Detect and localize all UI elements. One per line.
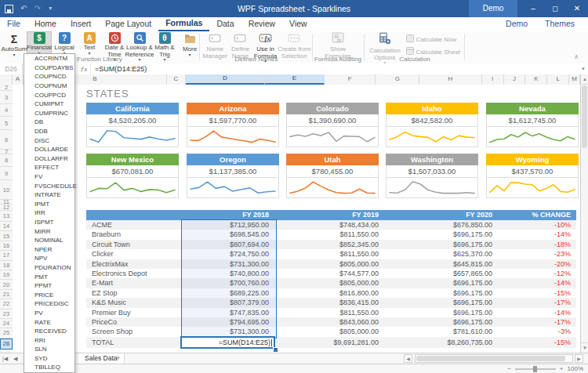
- cell[interactable]: E-Mart: [86, 278, 182, 288]
- cell[interactable]: -20%: [498, 259, 576, 269]
- close-button[interactable]: ✕: [566, 0, 588, 17]
- save-icon[interactable]: [5, 5, 13, 13]
- function-item-npv[interactable]: NPV: [24, 254, 74, 263]
- maximize-button[interactable]: ◻: [544, 0, 566, 17]
- cell[interactable]: $689,225.00: [182, 288, 274, 298]
- cell[interactable]: PriceCo: [86, 317, 182, 327]
- cell[interactable]: TOTAL: [86, 337, 182, 348]
- table-header-cell[interactable]: FY 2020: [384, 210, 498, 220]
- column-header-e[interactable]: E: [265, 74, 325, 85]
- function-item-db[interactable]: DB: [24, 118, 74, 127]
- function-item-coupdaybs[interactable]: COUPDAYBS: [24, 63, 74, 73]
- column-header-a[interactable]: A: [13, 74, 24, 85]
- function-item-rri[interactable]: RRI: [24, 335, 74, 345]
- function-item-syd[interactable]: SYD: [24, 354, 74, 364]
- row-header-12[interactable]: 12: [0, 205, 13, 211]
- cell[interactable]: ElectrixMax: [86, 259, 182, 269]
- function-item-nominal[interactable]: NOMINAL: [24, 236, 74, 245]
- column-header-j[interactable]: J: [504, 74, 526, 85]
- function-item-pricedisc[interactable]: PRICEDISC: [24, 299, 74, 309]
- function-item-coupnum[interactable]: COUPNUM: [24, 81, 74, 91]
- cell[interactable]: -17%: [498, 298, 576, 307]
- cell[interactable]: $748,434.00: [274, 220, 384, 230]
- column-header-i[interactable]: I: [482, 74, 504, 85]
- cell[interactable]: K&S Music: [86, 298, 182, 307]
- horizontal-scroll-thumb[interactable]: [416, 356, 565, 361]
- cell[interactable]: -14%: [498, 308, 576, 317]
- fill-handle[interactable]: [273, 347, 278, 353]
- cell[interactable]: $794,695.00: [182, 317, 274, 327]
- row-header-21[interactable]: 21: [0, 290, 13, 299]
- function-item-ddb[interactable]: DDB: [24, 127, 74, 136]
- cell[interactable]: $744,577.00: [274, 269, 384, 278]
- tab-formulas[interactable]: Formulas: [158, 17, 209, 31]
- function-item-pduration[interactable]: PDURATION: [24, 263, 74, 273]
- first-sheet-icon[interactable]: |◀: [2, 354, 8, 364]
- function-item-nper[interactable]: NPER: [24, 244, 74, 254]
- function-item-rate[interactable]: RATE: [24, 317, 74, 327]
- row-header-24[interactable]: 24: [0, 319, 13, 328]
- column-header-h[interactable]: H: [419, 74, 482, 85]
- sheet-area[interactable]: STATES California$4,520,205.00Arizona$1,…: [13, 85, 580, 353]
- vertical-scrollbar[interactable]: ▲ ▼: [580, 74, 588, 353]
- cell[interactable]: $805,000.00: [274, 327, 384, 336]
- cell[interactable]: EZ Stop: [86, 288, 182, 298]
- cell[interactable]: $805,000.00: [274, 259, 384, 269]
- tab-page-layout[interactable]: Page Layout: [98, 17, 158, 31]
- cell[interactable]: $781,610.00: [384, 327, 498, 336]
- row-header-17[interactable]: 17: [0, 251, 13, 260]
- cell[interactable]: Electronics Depot: [86, 269, 182, 278]
- cell[interactable]: $657,865.00: [384, 269, 498, 278]
- cell[interactable]: $805,000.00: [274, 278, 384, 288]
- formula-bar-expand-icon[interactable]: ▼: [579, 63, 588, 74]
- cell[interactable]: -15%: [498, 337, 576, 348]
- row-header-4[interactable]: 4: [0, 104, 13, 117]
- scroll-up-icon[interactable]: ▲: [581, 74, 588, 85]
- horizontal-scrollbar[interactable]: [415, 354, 573, 363]
- function-item-fv[interactable]: FV: [24, 172, 74, 182]
- cell[interactable]: $696,175.00: [384, 240, 498, 249]
- column-header-d[interactable]: D: [186, 74, 265, 85]
- cell[interactable]: -18%: [498, 240, 576, 249]
- row-header-14[interactable]: 14: [0, 222, 13, 231]
- function-item-ipmt[interactable]: IPMT: [24, 200, 74, 209]
- state-card-new-mexico[interactable]: New Mexico$670,081.00: [86, 154, 179, 198]
- formula-input[interactable]: =SUM(D14:E25): [91, 63, 579, 74]
- vertical-scroll-thumb[interactable]: [582, 85, 587, 148]
- hscroll-left-icon[interactable]: ◀: [404, 354, 412, 363]
- state-card-washington[interactable]: Washington$1,507,033.00: [386, 154, 478, 198]
- row-header-8[interactable]: 8: [0, 154, 13, 167]
- add-sheet-button[interactable]: +: [116, 353, 120, 364]
- cell[interactable]: Screen Shop: [86, 327, 182, 336]
- table-header-cell[interactable]: [86, 210, 182, 220]
- name-box[interactable]: D26: [0, 63, 23, 74]
- row-header-9[interactable]: 9: [0, 167, 13, 180]
- function-item-pv[interactable]: PV: [24, 309, 74, 318]
- function-item-intrate[interactable]: INTRATE: [24, 190, 74, 200]
- row-header-2[interactable]: 2: [0, 85, 13, 91]
- cell[interactable]: $696,175.00: [384, 278, 498, 288]
- zoom-in-button[interactable]: +: [560, 365, 564, 372]
- function-item-tbilleq[interactable]: TBILLEQ: [24, 363, 74, 372]
- minimize-button[interactable]: –: [522, 0, 544, 17]
- function-item-irr[interactable]: IRR: [24, 208, 74, 218]
- cell[interactable]: $724,750.00: [182, 249, 274, 259]
- cell[interactable]: $8,260,735.00: [384, 337, 498, 348]
- function-item-effect[interactable]: EFFECT: [24, 163, 74, 172]
- cell[interactable]: -15%: [498, 288, 576, 298]
- cell[interactable]: $807,379.00: [182, 298, 274, 307]
- cell[interactable]: $836,415.00: [274, 298, 384, 307]
- function-item-received[interactable]: RECEIVED: [24, 327, 74, 336]
- row-header-23[interactable]: 23: [0, 310, 13, 319]
- cell[interactable]: $645,815.00: [384, 259, 498, 269]
- cell[interactable]: -23%: [498, 249, 576, 259]
- row-header-19[interactable]: 19: [0, 270, 13, 280]
- column-header-c[interactable]: C: [167, 74, 186, 85]
- state-card-idaho[interactable]: Idaho$842,582.00: [386, 103, 478, 147]
- cell[interactable]: $747,835.00: [182, 308, 274, 317]
- row-header-5[interactable]: 5: [0, 117, 13, 130]
- prev-sheet-icon[interactable]: ◀: [13, 354, 17, 364]
- state-card-california[interactable]: California$4,520,205.00: [86, 103, 179, 147]
- demo-tab[interactable]: Demo: [469, 0, 517, 17]
- function-item-fvschedule[interactable]: FVSCHEDULE: [24, 181, 74, 190]
